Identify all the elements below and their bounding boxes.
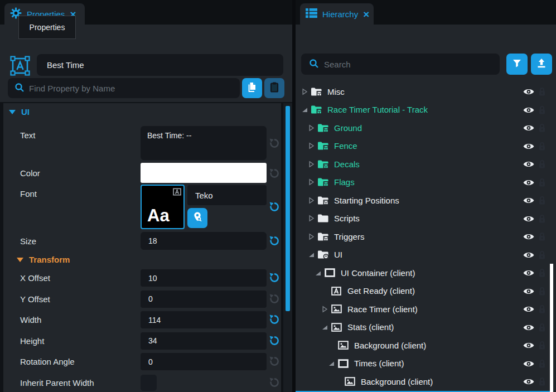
expand-arrow-icon[interactable] xyxy=(307,196,316,205)
tree-row[interactable]: Flags xyxy=(296,173,550,192)
reset-icon[interactable] xyxy=(269,314,280,325)
transform-value-field[interactable]: 10 xyxy=(141,269,267,287)
hierarchy-search-input[interactable] xyxy=(324,54,500,75)
lock-icon[interactable] xyxy=(538,268,546,280)
visibility-eye-icon[interactable] xyxy=(523,178,535,189)
lock-icon[interactable] xyxy=(538,232,546,244)
tree-row[interactable]: Race Timer Tutorial - Track xyxy=(296,101,550,119)
expand-arrow-icon[interactable] xyxy=(320,287,329,296)
section-transform-header[interactable]: Transform xyxy=(17,255,70,264)
expand-arrow-icon[interactable] xyxy=(307,232,316,241)
reset-size-icon[interactable] xyxy=(269,235,280,246)
expand-arrow-icon[interactable] xyxy=(307,178,316,187)
tree-row[interactable]: UI Container (client) xyxy=(296,264,550,282)
tree-row[interactable]: Triggers xyxy=(296,228,550,246)
lock-icon[interactable] xyxy=(538,341,546,352)
copy-properties-button[interactable] xyxy=(242,78,262,98)
lock-icon[interactable] xyxy=(538,287,546,298)
expand-arrow-icon[interactable] xyxy=(307,142,316,151)
lock-icon[interactable] xyxy=(538,304,546,316)
visibility-eye-icon[interactable] xyxy=(523,88,535,98)
export-button[interactable] xyxy=(531,54,552,75)
reset-icon[interactable] xyxy=(269,335,280,346)
paste-properties-button[interactable] xyxy=(264,78,284,98)
reset-icon[interactable] xyxy=(269,272,280,283)
reset-icon[interactable] xyxy=(269,377,280,388)
lock-icon[interactable] xyxy=(538,159,546,171)
checkbox[interactable] xyxy=(141,375,157,391)
property-search-input[interactable] xyxy=(29,78,240,98)
text-value-field[interactable]: Best Time: -- xyxy=(141,126,267,160)
reset-icon[interactable] xyxy=(269,356,280,367)
tree-row[interactable]: Stats (client) xyxy=(296,318,550,337)
visibility-eye-icon[interactable] xyxy=(523,142,535,153)
visibility-eye-icon[interactable] xyxy=(523,287,535,298)
tree-row[interactable]: Background (client) xyxy=(296,372,550,391)
color-swatch[interactable] xyxy=(141,163,267,183)
tree-row[interactable]: Times (client) xyxy=(296,355,550,373)
visibility-eye-icon[interactable] xyxy=(523,215,535,225)
transform-value-field[interactable]: 0 xyxy=(141,353,267,370)
visibility-eye-icon[interactable] xyxy=(523,341,535,352)
tree-row[interactable]: Starting Positions xyxy=(296,191,550,210)
visibility-eye-icon[interactable] xyxy=(523,378,535,388)
section-ui-header[interactable]: UI xyxy=(9,107,30,117)
expand-arrow-icon[interactable] xyxy=(320,304,329,313)
lock-icon[interactable] xyxy=(538,142,546,153)
tree-row[interactable]: Scripts xyxy=(296,210,550,228)
hierarchy-search[interactable] xyxy=(301,54,500,75)
lock-icon[interactable] xyxy=(538,214,546,226)
expand-arrow-icon[interactable] xyxy=(307,250,316,259)
tree-row[interactable]: Fence xyxy=(296,137,550,156)
expand-arrow-icon[interactable] xyxy=(327,359,336,368)
lock-icon[interactable] xyxy=(538,250,546,262)
filter-button[interactable] xyxy=(506,54,528,75)
visibility-eye-icon[interactable] xyxy=(523,233,535,243)
visibility-eye-icon[interactable] xyxy=(523,106,535,117)
property-search[interactable] xyxy=(8,78,240,98)
reset-text-icon[interactable] xyxy=(269,138,280,149)
hierarchy-scrollbar-thumb[interactable] xyxy=(550,264,553,392)
visibility-eye-icon[interactable] xyxy=(523,160,535,171)
reset-icon[interactable] xyxy=(269,293,280,304)
expand-arrow-icon[interactable] xyxy=(300,87,309,96)
reset-font-icon[interactable] xyxy=(269,201,280,212)
lock-icon[interactable] xyxy=(538,105,546,117)
expand-arrow-icon[interactable] xyxy=(300,105,309,114)
properties-scrollbar-thumb[interactable] xyxy=(286,106,290,311)
font-picker-button[interactable] xyxy=(187,208,207,228)
lock-icon[interactable] xyxy=(538,87,546,99)
tree-row[interactable]: Get Ready (client) xyxy=(296,282,550,301)
visibility-eye-icon[interactable] xyxy=(523,124,535,134)
expand-arrow-icon[interactable] xyxy=(333,377,342,386)
lock-icon[interactable] xyxy=(538,377,546,389)
object-name-field[interactable]: Best Time xyxy=(37,54,283,76)
visibility-eye-icon[interactable] xyxy=(523,360,535,370)
tab-hierarchy[interactable]: Hierarchy × xyxy=(300,3,374,25)
tree-row[interactable]: Misc xyxy=(296,83,550,101)
lock-icon[interactable] xyxy=(538,178,546,190)
size-field[interactable]: 18 xyxy=(141,232,267,250)
visibility-eye-icon[interactable] xyxy=(523,196,535,207)
transform-value-field[interactable]: 0 xyxy=(141,291,267,308)
lock-icon[interactable] xyxy=(538,323,546,335)
font-name-field[interactable]: Teko xyxy=(187,185,267,205)
tree-row[interactable]: UI xyxy=(296,246,550,264)
tree-row[interactable]: Decals xyxy=(296,155,550,173)
visibility-eye-icon[interactable] xyxy=(523,251,535,262)
expand-arrow-icon[interactable] xyxy=(307,214,316,223)
close-icon[interactable]: × xyxy=(363,9,369,20)
expand-arrow-icon[interactable] xyxy=(320,323,329,332)
visibility-eye-icon[interactable] xyxy=(523,269,535,279)
tree-row[interactable]: Ground xyxy=(296,119,550,137)
transform-value-field[interactable]: 114 xyxy=(141,311,267,328)
transform-value-field[interactable]: 34 xyxy=(141,332,267,350)
lock-icon[interactable] xyxy=(538,123,546,135)
font-preview-tile[interactable]: Aa xyxy=(141,185,185,229)
tree-row[interactable]: Background (client) xyxy=(296,336,550,355)
lock-icon[interactable] xyxy=(538,196,546,207)
visibility-eye-icon[interactable] xyxy=(523,323,535,334)
visibility-eye-icon[interactable] xyxy=(523,305,535,316)
tree-row[interactable]: Race Timer (client) xyxy=(296,300,550,318)
expand-arrow-icon[interactable] xyxy=(307,159,316,168)
